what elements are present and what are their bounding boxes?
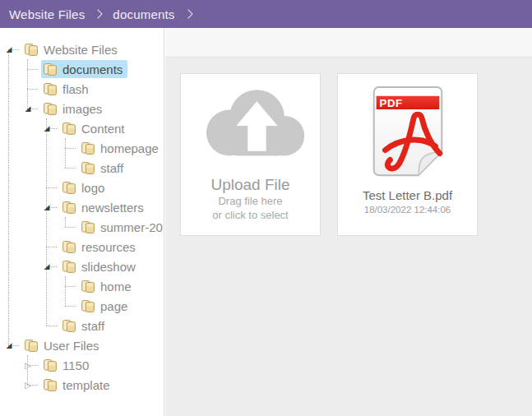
folder-icon [81, 279, 95, 294]
breadcrumb-bar: Website Files documents [0, 0, 532, 28]
tree-node-content[interactable]: ◢ Content [57, 118, 164, 138]
tree-expander-icon[interactable]: ▷ [23, 355, 33, 375]
folder-icon [43, 62, 58, 76]
folder-icon [62, 259, 76, 274]
tree-node-newsletters[interactable]: ◢ newsletters [57, 197, 164, 217]
upload-hint-line1: Drag file here [218, 195, 282, 208]
folder-icon [62, 200, 76, 215]
files-panel: Upload File Drag file here or click to s… [165, 28, 532, 416]
tree-expander-icon[interactable]: ◢ [4, 335, 14, 355]
tree-node-label: staff [100, 162, 123, 174]
tree-expander-icon[interactable]: ◢ [42, 118, 52, 138]
file-manager-window: Website Files documents ◢ Website Files … [0, 0, 532, 416]
tree-node-slideshow[interactable]: ◢ slideshow [57, 257, 164, 276]
folder-icon [81, 220, 95, 234]
tree-node-template[interactable]: ▷ template [38, 375, 164, 395]
tree-expander-icon[interactable]: ◢ [23, 99, 33, 118]
tree-node-homepage[interactable]: homepage [76, 138, 164, 158]
tree-expander-icon[interactable]: ▷ [23, 375, 33, 395]
tree-node-inner: slideshow [60, 257, 141, 275]
tree-guide-line [65, 138, 66, 168]
tree-node-label: images [62, 103, 102, 115]
tree-node-label: Website Files [44, 44, 118, 56]
tree-node-label: template [62, 379, 110, 391]
tree-node-documents[interactable]: documents [38, 59, 164, 79]
tree-node-label: flash [62, 83, 89, 95]
folder-icon [62, 239, 76, 254]
tree-node-label: home [100, 280, 132, 293]
upload-cloud-icon [189, 82, 312, 171]
breadcrumb-item-website-files[interactable]: Website Files [9, 7, 85, 21]
tree-node-page[interactable]: page [76, 296, 164, 316]
tree-node-staff[interactable]: staff [57, 316, 164, 335]
chevron-right-icon [183, 9, 192, 18]
folder-icon [43, 377, 58, 392]
chevron-right-icon [94, 9, 103, 18]
file-date: 18/03/2022 12:44:06 [364, 205, 451, 215]
tree-node-label: User Files [44, 340, 99, 352]
tree-node-inner: staff [60, 317, 109, 335]
tree-node-label: Content [81, 122, 125, 135]
tree-node-logo[interactable]: logo [57, 178, 164, 197]
tree-node-label: logo [81, 182, 104, 194]
tree-node-inner: logo [60, 178, 109, 196]
tree-node-label: resources [81, 241, 136, 253]
folder-icon [62, 318, 76, 333]
folder-icon [43, 81, 58, 96]
tree-node-inner: User Files [22, 336, 104, 354]
file-cards: PDF Test Letter B.pdf18/03/2022 12:44:06 [337, 73, 478, 236]
upload-hint-line2: or click to select [212, 209, 288, 222]
tree-expander-icon[interactable]: ◢ [42, 257, 52, 276]
file-tree: ◢ Website Files documents flash◢ images◢… [0, 39, 164, 395]
tree-expander-icon[interactable]: ◢ [4, 39, 14, 59]
folder-icon [24, 338, 39, 353]
tree-node-resources[interactable]: resources [57, 237, 164, 257]
tree-node-images[interactable]: ◢ images [38, 99, 164, 118]
file-card-test-letter-b-pdf[interactable]: PDF Test Letter B.pdf18/03/2022 12:44:06 [337, 73, 478, 236]
tree-node-inner: images [41, 99, 107, 118]
tree-node-inner: newsletters [60, 198, 149, 216]
folder-icon [43, 358, 58, 372]
folder-icon [81, 298, 95, 313]
tree-guide-line [46, 118, 47, 326]
tree-node-inner: Content [60, 119, 130, 137]
tree-node-label: summer-20 [100, 221, 163, 233]
breadcrumb-item-documents[interactable]: documents [113, 7, 174, 21]
tree-node-home[interactable]: home [76, 276, 164, 296]
folder-tree-panel: ◢ Website Files documents flash◢ images◢… [0, 28, 164, 416]
upload-file-dropzone[interactable]: Upload File Drag file here or click to s… [180, 73, 321, 236]
tree-node-inner: Website Files [22, 40, 123, 58]
tree-guide-line [65, 217, 66, 227]
tree-guide-line [65, 276, 66, 306]
tree-node-inner: homepage [79, 139, 164, 157]
tree-guide-line [8, 49, 9, 345]
content-toolbar [165, 28, 532, 58]
tree-node-label: newsletters [81, 201, 144, 214]
tree-node-user-files[interactable]: ◢ User Files [19, 335, 164, 355]
tree-node-label: slideshow [81, 261, 136, 273]
folder-icon [43, 101, 58, 116]
tree-node-summer-20[interactable]: summer-20 [76, 217, 164, 237]
folder-icon [81, 160, 95, 175]
folder-icon [81, 141, 95, 155]
tree-node-inner: 1150 [41, 356, 94, 374]
file-card-grid: Upload File Drag file here or click to s… [165, 58, 532, 236]
tree-node-label: staff [81, 320, 104, 332]
svg-text:PDF: PDF [379, 97, 402, 109]
folder-icon [62, 121, 76, 136]
tree-node-staff[interactable]: staff [76, 158, 164, 178]
tree-node-website-files[interactable]: ◢ Website Files [19, 39, 164, 59]
tree-node-label: page [100, 300, 127, 312]
tree-node-inner: template [41, 376, 115, 394]
tree-node-flash[interactable]: flash [38, 79, 164, 99]
tree-node-inner: summer-20 [79, 218, 164, 236]
tree-node-inner: page [79, 297, 132, 315]
tree-node-inner: resources [60, 238, 141, 256]
tree-expander-icon[interactable]: ◢ [42, 197, 52, 217]
upload-title: Upload File [210, 176, 289, 194]
tree-node-label: 1150 [62, 359, 89, 372]
tree-node-inner: staff [79, 159, 128, 177]
tree-node-inner: home [79, 277, 136, 295]
tree-node-inner: documents [41, 60, 127, 78]
tree-node-1150[interactable]: ▷ 1150 [38, 355, 164, 375]
